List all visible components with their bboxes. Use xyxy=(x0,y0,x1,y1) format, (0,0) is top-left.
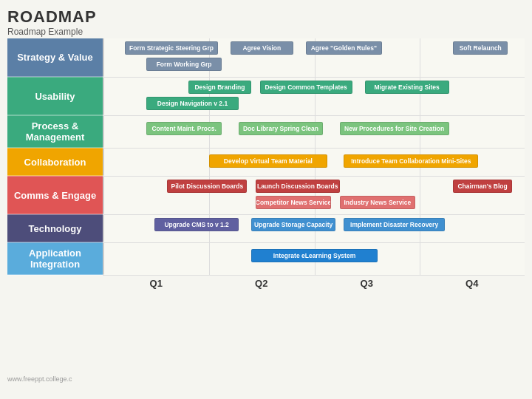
label-usability: Usability xyxy=(7,77,103,115)
task-bar-usability-0: Design Branding xyxy=(188,81,251,94)
content-strategy: Form Strategic Steering GrpForm Working … xyxy=(103,38,525,77)
content-technology: Upgrade CMS to v 1.2Upgrade Storage Capa… xyxy=(103,214,525,242)
task-bar-comms-4: Industry News Service xyxy=(340,196,415,209)
task-bar-appintegration-0: Integrate eLearning System xyxy=(251,249,378,262)
task-bar-collaboration-1: Introduce Team Collaboration Mini-Sites xyxy=(344,154,478,168)
task-bar-technology-0: Upgrade CMS to v 1.2 xyxy=(154,218,239,231)
task-bar-process-1: Doc Library Spring Clean xyxy=(239,122,323,135)
task-bar-strategy-1: Form Working Grp xyxy=(146,58,222,71)
quarter-label-q1: Q1 xyxy=(103,278,209,289)
row-appintegration: Application IntegrationIntegrate eLearni… xyxy=(7,242,525,275)
task-bar-process-2: New Procedures for Site Creation xyxy=(340,122,449,135)
title-section: ROADMAP Roadmap Example xyxy=(7,7,525,37)
quarter-label-q2: Q2 xyxy=(209,278,315,289)
quarter-label-q3: Q3 xyxy=(314,278,420,289)
row-process: Process & ManagementContent Maint. Procs… xyxy=(7,115,525,148)
quarter-label-q4: Q4 xyxy=(420,278,525,289)
label-appintegration: Application Integration xyxy=(7,242,103,275)
label-collaboration: Collaboration xyxy=(7,148,103,176)
quarter-divider xyxy=(420,243,420,275)
row-usability: UsabilityDesign BrandingDesign Common Te… xyxy=(7,77,525,115)
sub-title: Roadmap Example xyxy=(7,27,525,37)
row-collaboration: CollaborationDevelop Virtual Team Materi… xyxy=(7,148,525,176)
task-bar-usability-1: Design Common Templates xyxy=(260,81,352,94)
label-process: Process & Management xyxy=(7,115,103,148)
task-bar-usability-2: Migrate Existing Sites xyxy=(365,81,449,94)
task-bar-technology-1: Upgrade Storage Capacity xyxy=(251,218,335,231)
content-collaboration: Develop Virtual Team MaterialIntroduce T… xyxy=(103,148,525,176)
roadmap-body: Strategy & ValueForm Strategic Steering … xyxy=(7,38,525,289)
page-container: ROADMAP Roadmap Example Strategy & Value… xyxy=(0,0,532,399)
quarter-divider xyxy=(420,177,420,214)
quarter-divider xyxy=(420,38,420,77)
task-bar-technology-2: Implement Disaster Recovery xyxy=(344,218,445,231)
label-technology: Technology xyxy=(7,214,103,242)
row-comms: Comms & EngagePilot Discussion BoardsLau… xyxy=(7,176,525,214)
roadmap-table: Strategy & ValueForm Strategic Steering … xyxy=(7,38,525,289)
row-strategy: Strategy & ValueForm Strategic Steering … xyxy=(7,38,525,77)
task-bar-strategy-3: Agree "Golden Rules" xyxy=(306,41,381,55)
watermark: www.freeppt.college.c xyxy=(7,375,72,383)
content-appintegration: Integrate eLearning System xyxy=(103,242,525,275)
content-comms: Pilot Discussion BoardsLaunch Discussion… xyxy=(103,176,525,214)
task-bar-strategy-0: Form Strategic Steering Grp xyxy=(125,41,217,55)
task-bar-strategy-4: Soft Relaunch xyxy=(453,41,508,55)
main-title: ROADMAP xyxy=(7,7,525,27)
task-bar-comms-2: Chairman's Blog xyxy=(453,180,512,193)
quarter-divider xyxy=(209,243,210,275)
task-bar-strategy-2: Agree Vision xyxy=(231,41,293,55)
task-bar-comms-0: Pilot Discussion Boards xyxy=(167,180,247,193)
content-process: Content Maint. Procs.Doc Library Spring … xyxy=(103,115,525,148)
quarter-header-row: Q1Q2Q3Q4 xyxy=(7,275,525,289)
task-bar-collaboration-0: Develop Virtual Team Material xyxy=(209,154,327,168)
content-usability: Design BrandingDesign Common TemplatesMi… xyxy=(103,77,525,115)
label-strategy: Strategy & Value xyxy=(7,38,103,77)
task-bar-process-0: Content Maint. Procs. xyxy=(146,122,222,135)
label-comms: Comms & Engage xyxy=(7,176,103,214)
task-bar-comms-3: Competitor News Service xyxy=(256,196,331,209)
task-bar-comms-1: Launch Discussion Boards xyxy=(256,180,340,193)
row-technology: TechnologyUpgrade CMS to v 1.2Upgrade St… xyxy=(7,214,525,242)
task-bar-usability-3: Design Navigation v 2.1 xyxy=(146,97,239,110)
